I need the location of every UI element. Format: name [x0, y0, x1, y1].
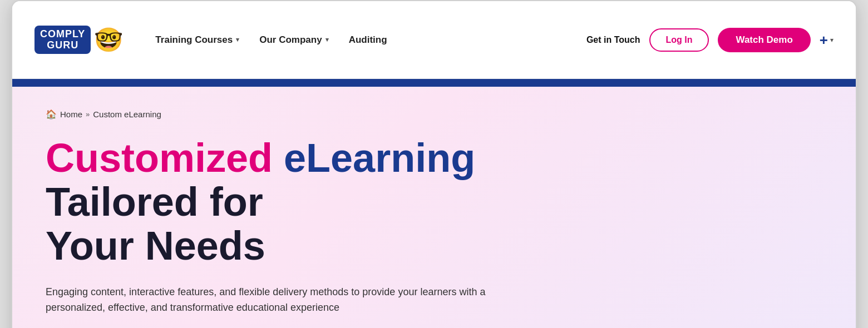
chevron-down-icon: ▾ — [830, 36, 834, 44]
main-nav: Training Courses ▾ Our Company ▾ Auditin… — [145, 30, 586, 50]
get-in-touch-link[interactable]: Get in Touch — [586, 35, 640, 45]
login-button[interactable]: Log In — [649, 28, 709, 52]
breadcrumb-current-page: Custom eLearning — [93, 110, 161, 119]
breadcrumb-separator: » — [86, 110, 90, 118]
browser-frame: COMPLY GURU 🤓 Training Courses ▾ Our Com… — [11, 0, 857, 328]
nav-label-auditing: Auditing — [349, 34, 387, 46]
chevron-down-icon: ▾ — [236, 36, 239, 43]
chevron-down-icon: ▾ — [326, 36, 329, 43]
logo-character-icon: 🤓 — [94, 28, 123, 52]
site-header: COMPLY GURU 🤓 Training Courses ▾ Our Com… — [12, 1, 856, 79]
hero-title: Customized eLearning Tailored for Your N… — [46, 136, 602, 269]
hero-title-pink: Customized — [46, 136, 284, 180]
home-icon: 🏠 — [46, 109, 57, 120]
logo-guru-text: GURU — [47, 40, 78, 51]
logo-comply-text: COMPLY — [40, 29, 85, 40]
logo-box: COMPLY GURU — [34, 26, 91, 54]
hero-title-blue: eLearning — [284, 136, 475, 180]
breadcrumb: 🏠 Home » Custom eLearning — [46, 109, 822, 120]
header-actions: Get in Touch Log In Watch Demo + ▾ — [586, 28, 834, 52]
hero-section: 🏠 Home » Custom eLearning Customized eLe… — [12, 87, 856, 328]
hero-title-dark-1: Tailored for — [46, 180, 263, 224]
nav-item-training-courses[interactable]: Training Courses ▾ — [145, 30, 249, 50]
hero-title-dark-2: Your Needs — [46, 223, 265, 268]
plus-icon: + — [820, 33, 828, 47]
nav-item-our-company[interactable]: Our Company ▾ — [249, 30, 338, 50]
language-selector[interactable]: + ▾ — [820, 33, 834, 47]
nav-label-training-courses: Training Courses — [155, 34, 233, 46]
watch-demo-button[interactable]: Watch Demo — [718, 28, 810, 52]
blue-band — [12, 79, 856, 87]
hero-subtitle: Engaging content, interactive features, … — [46, 284, 491, 316]
nav-item-auditing[interactable]: Auditing — [339, 30, 397, 50]
logo-area[interactable]: COMPLY GURU 🤓 — [34, 26, 123, 54]
nav-label-our-company: Our Company — [259, 34, 322, 46]
breadcrumb-home-link[interactable]: Home — [60, 110, 82, 119]
